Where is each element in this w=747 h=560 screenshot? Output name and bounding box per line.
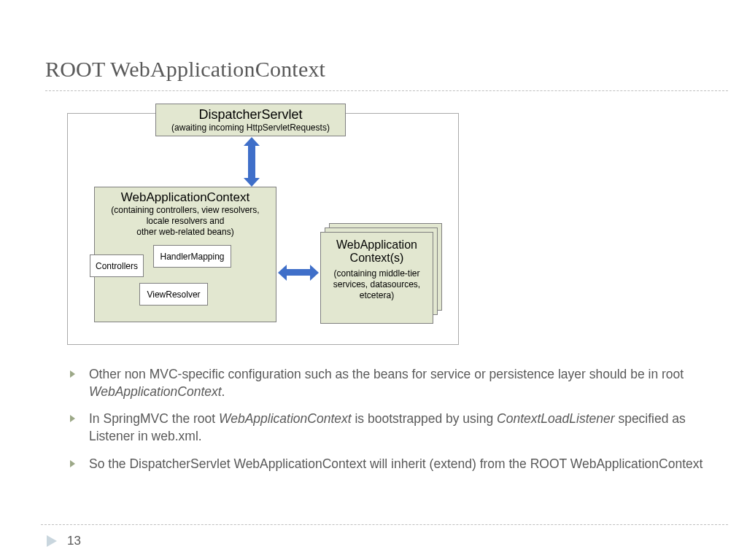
- dispatcher-title: DispatcherServlet: [156, 104, 345, 122]
- viewresolver-label: ViewResolver: [147, 289, 200, 300]
- stack-sub: (containing middle-tier services, dataso…: [321, 268, 433, 301]
- bullet-italic: WebApplicationContext: [89, 384, 222, 399]
- title-divider: [45, 90, 728, 91]
- controllers-box: Controllers: [90, 254, 144, 277]
- bullet-item: In SpringMVC the root WebApplicationCont…: [69, 411, 725, 445]
- footer-divider: [41, 524, 728, 525]
- bullet-text: In SpringMVC the root: [89, 411, 219, 426]
- bullet-text: Other non MVC-specific configuration suc…: [89, 367, 684, 381]
- webappcontext-title: WebApplicationContext: [95, 187, 276, 205]
- bullet-item: So the DispatcherServlet WebApplicationC…: [69, 456, 725, 473]
- bullet-list: Other non MVC-specific configuration suc…: [69, 366, 725, 483]
- dispatcher-box: DispatcherServlet (awaiting incoming Htt…: [155, 104, 346, 136]
- bullet-text: .: [222, 384, 225, 399]
- horizontal-arrow: [285, 269, 311, 276]
- bullet-italic: ContextLoadListener: [497, 411, 615, 426]
- slide-title: ROOT WebApplicationContext: [45, 57, 325, 82]
- bullet-arrow-icon: [70, 415, 75, 422]
- dispatcher-sub: (awaiting incoming HttpServletRequests): [156, 122, 345, 133]
- handlermapping-box: HandlerMapping: [153, 245, 231, 268]
- vertical-arrow: [248, 144, 255, 179]
- viewresolver-box: ViewResolver: [139, 283, 208, 306]
- bullet-text: So the DispatcherServlet WebApplicationC…: [89, 456, 703, 471]
- controllers-label: Controllers: [96, 261, 138, 271]
- architecture-diagram: DispatcherServlet (awaiting incoming Htt…: [67, 113, 459, 345]
- page-number: 13: [67, 534, 81, 548]
- bullet-arrow-icon: [70, 460, 75, 467]
- bullet-item: Other non MVC-specific configuration suc…: [69, 366, 725, 400]
- slide: ROOT WebApplicationContext DispatcherSer…: [0, 0, 747, 560]
- bullet-text: is bootstrapped by using: [352, 411, 497, 426]
- webappcontext-sub: (containing controllers, view resolvers,…: [95, 205, 276, 238]
- bullet-italic: WebApplicationContext: [219, 411, 352, 426]
- handlermapping-label: HandlerMapping: [160, 252, 224, 262]
- page-arrow-icon: [47, 535, 57, 547]
- bullet-arrow-icon: [70, 370, 75, 378]
- stack-card-front: WebApplication Context(s) (containing mi…: [320, 232, 433, 324]
- stack-title: WebApplication Context(s): [321, 233, 433, 265]
